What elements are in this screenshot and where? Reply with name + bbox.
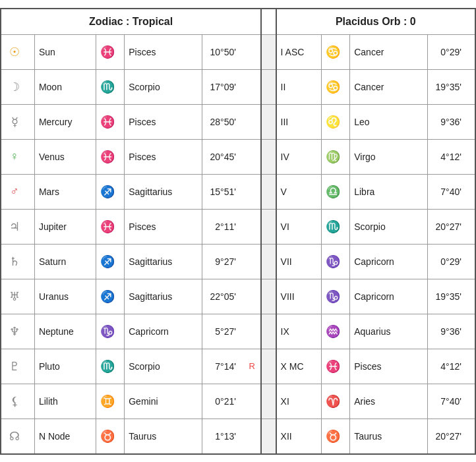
right-sign-symbol: ♋ — [326, 80, 340, 94]
degree-cell: 28°50' — [202, 104, 261, 139]
degree: 1°13' — [206, 431, 236, 442]
house-number: II — [281, 82, 309, 92]
right-sign-name: Aquarius — [354, 326, 408, 337]
sign-name-cell: Taurus — [125, 419, 202, 454]
house-number: VI — [281, 221, 309, 232]
right-sign-symbol: ♏ — [326, 219, 340, 234]
planet-symbol-cell: ♇ — [1, 349, 34, 384]
right-degree: 19°35' — [432, 82, 461, 92]
right-sign-symbol: ♓ — [326, 359, 340, 374]
divider-cell — [261, 69, 276, 104]
right-degree: 7°40' — [432, 396, 461, 407]
planet-symbol-cell: ☽ — [1, 69, 34, 104]
sign-symbol-cell: ♏ — [96, 69, 124, 104]
sign-symbol-cell: ♐ — [96, 244, 124, 279]
sign-symbol-cell: ♓ — [96, 209, 124, 244]
divider-cell — [261, 34, 276, 69]
house-cell: VII — [276, 244, 322, 279]
divider-cell — [261, 349, 276, 384]
right-degree-cell: 0°29' — [427, 34, 475, 69]
right-degree: 20°27' — [432, 431, 461, 442]
divider-cell — [261, 174, 276, 209]
planet-name: Neptune — [39, 326, 80, 337]
planet-name: Sun — [39, 47, 80, 57]
right-degree: 9°36' — [432, 326, 461, 337]
sign-name-cell: Pisces — [125, 104, 202, 139]
house-cell: IV — [276, 139, 322, 174]
table-row: ♃Jupiter♓Pisces2°11'VI♏Scorpio20°27' — [1, 209, 475, 244]
right-sign-name-cell: Capricorn — [350, 244, 428, 279]
planet-name-cell: Mercury — [34, 104, 96, 139]
right-sign-symbol: ♑ — [326, 289, 340, 304]
right-degree-cell: 9°36' — [427, 314, 475, 349]
planet-name-cell: N Node — [34, 419, 96, 454]
sign-symbol: ♑ — [100, 324, 115, 339]
right-sign-name-cell: Aries — [350, 384, 428, 419]
degree-cell: 0°21' — [202, 384, 261, 419]
house-cell: XII — [276, 419, 322, 454]
divider-header — [261, 9, 276, 35]
sign-symbol-cell: ♓ — [96, 139, 124, 174]
divider-cell — [261, 139, 276, 174]
sign-symbol: ♓ — [100, 115, 115, 129]
sign-name: Gemini — [129, 396, 183, 407]
sign-symbol: ♓ — [100, 219, 115, 234]
planet-symbol-cell: ♀ — [1, 139, 34, 174]
right-degree: 19°35' — [432, 291, 461, 302]
left-header: Zodiac : Tropical — [1, 9, 261, 35]
right-sign-symbol: ♒ — [326, 324, 340, 339]
sign-name-cell: Sagittarius — [125, 244, 202, 279]
right-degree-cell: 20°27' — [427, 419, 475, 454]
divider-cell — [261, 104, 276, 139]
divider-cell — [261, 314, 276, 349]
right-sign-symbol-cell: ♌ — [321, 104, 349, 139]
house-cell: II — [276, 69, 322, 104]
planet-symbol: ☿ — [5, 115, 24, 129]
sign-name-cell: Gemini — [125, 384, 202, 419]
degree-cell: 1°13' — [202, 419, 261, 454]
sign-symbol-cell: ♐ — [96, 174, 124, 209]
sign-name-cell: Scorpio — [125, 349, 202, 384]
planet-name: Uranus — [39, 291, 80, 302]
right-sign-symbol: ♌ — [326, 115, 340, 129]
sign-symbol: ♊ — [100, 394, 115, 409]
planet-symbol-cell: ♃ — [1, 209, 34, 244]
right-sign-name: Taurus — [354, 431, 408, 442]
right-sign-symbol: ♑ — [326, 254, 340, 269]
planet-symbol: ☊ — [5, 429, 24, 444]
table-row: ☽Moon♏Scorpio17°09'II♋Cancer19°35' — [1, 69, 475, 104]
house-number: IX — [281, 326, 309, 337]
sign-symbol: ♐ — [100, 254, 115, 269]
degree-cell: 10°50' — [202, 34, 261, 69]
right-sign-name-cell: Scorpio — [350, 209, 428, 244]
divider-cell — [261, 244, 276, 279]
sign-symbol-cell: ♓ — [96, 104, 124, 139]
degree: 22°05' — [206, 291, 236, 302]
degree-cell: 9°27' — [202, 244, 261, 279]
planet-symbol: ⚸ — [5, 394, 24, 409]
sign-name: Scorpio — [129, 361, 183, 372]
right-sign-name: Capricorn — [354, 256, 408, 267]
degree: 28°50' — [206, 117, 236, 127]
right-sign-symbol: ♍ — [326, 150, 340, 164]
planet-symbol: ♃ — [5, 219, 24, 234]
right-sign-name-cell: Cancer — [350, 69, 428, 104]
right-degree: 0°29' — [432, 47, 461, 57]
right-sign-symbol-cell: ♓ — [321, 349, 349, 384]
sign-symbol: ♐ — [100, 185, 115, 199]
right-sign-name: Scorpio — [354, 221, 408, 232]
degree-cell: 17°09' — [202, 69, 261, 104]
table-row: ♄Saturn♐Sagittarius9°27'VII♑Capricorn0°2… — [1, 244, 475, 279]
degree-cell: 5°27' — [202, 314, 261, 349]
planet-name: Mars — [39, 187, 80, 197]
sign-name: Pisces — [129, 221, 183, 232]
planet-name-cell: Lilith — [34, 384, 96, 419]
house-number: XI — [281, 396, 309, 407]
right-sign-symbol: ♋ — [326, 45, 340, 59]
sign-symbol-cell: ♑ — [96, 314, 124, 349]
right-degree-cell: 7°40' — [427, 174, 475, 209]
planet-symbol-cell: ☿ — [1, 104, 34, 139]
planet-symbol-cell: ♂ — [1, 174, 34, 209]
planet-symbol: ♅ — [5, 289, 24, 304]
right-degree: 7°40' — [432, 187, 461, 197]
